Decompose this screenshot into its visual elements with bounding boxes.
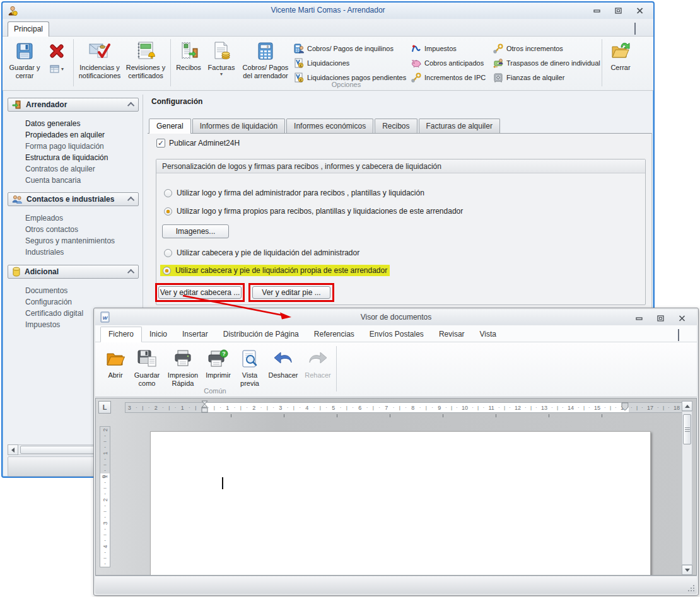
radio-logo-propio[interactable]: Utilizar logo y firma propios para recib… xyxy=(161,206,465,217)
margin-marker-icon[interactable] xyxy=(621,402,629,414)
sidebar-item-empleados[interactable]: Empleados xyxy=(25,214,63,223)
restore-icon[interactable] xyxy=(613,6,623,15)
taxes-item[interactable]: Impuestos xyxy=(411,42,457,55)
page-title: Configuración xyxy=(151,97,202,106)
tenant-payments-item[interactable]: Cobros/ Pagos de inquilinos xyxy=(294,42,394,55)
viewer-statusbar xyxy=(95,576,697,594)
radio-cabecera-propia[interactable]: Utilizar cabecera y pie de liquidación p… xyxy=(160,265,390,276)
impresion-rapida-button[interactable]: Impresion Rápida xyxy=(165,345,201,393)
publicar-checkbox-row[interactable]: ✓ Publicar Adminet24H xyxy=(156,139,240,148)
sidebar-item-industriales[interactable]: Industriales xyxy=(25,248,64,257)
section-collapse-icon[interactable] xyxy=(127,102,134,109)
list-dropdown-icon[interactable]: ▾ xyxy=(50,65,64,73)
sidebar-item-contratos[interactable]: Contratos de alquiler xyxy=(25,165,95,173)
indent-marker-icon[interactable] xyxy=(201,400,208,417)
tab-principal[interactable]: Principal xyxy=(8,21,49,37)
revisions-button[interactable]: Revisiones y certificados xyxy=(124,38,168,88)
vertical-ruler[interactable]: 2-–-1-–- 1-–-2-–-3-–-4-–- xyxy=(100,426,110,567)
sidebar-section-contactos[interactable]: Contactos e industriales xyxy=(8,192,139,206)
database-icon xyxy=(12,267,21,277)
ver-editar-pie-button[interactable]: Ver y editar pie ... xyxy=(252,286,330,299)
opciones-group-label: Opciones xyxy=(315,81,378,88)
radio-selected-icon[interactable] xyxy=(163,267,171,275)
tab-inicio[interactable]: Inicio xyxy=(142,327,175,342)
sidebar-item-forma-pago[interactable]: Forma pago liquidación xyxy=(25,142,104,151)
tab-envios-postales[interactable]: Envíos Postales xyxy=(362,327,431,342)
tab-distribucion[interactable]: Distribución de Página xyxy=(216,327,306,342)
radio-selected-icon[interactable] xyxy=(164,207,172,216)
sidebar-item-otros-contactos[interactable]: Otros contactos xyxy=(25,225,78,234)
advance-collections-item[interactable]: Cobros anticipados xyxy=(411,57,484,69)
sidebar-section-arrendador[interactable]: Arrendador xyxy=(8,98,139,112)
radio-logo-administrador[interactable]: Utilizar logo y firma del administrador … xyxy=(161,187,427,199)
viewer-titlebar: W Visor de documentos xyxy=(95,310,697,325)
tab-referencias[interactable]: Referencias xyxy=(306,327,362,342)
radio-unselected-icon[interactable] xyxy=(164,249,172,257)
close-icon[interactable] xyxy=(677,314,687,323)
section-collapse-icon[interactable] xyxy=(127,269,134,276)
tab-informes-economicos[interactable]: Informes económicos xyxy=(286,119,373,133)
scroll-down-icon[interactable] xyxy=(682,565,692,575)
sidebar-item-datos-generales[interactable]: Datos generales xyxy=(25,119,80,128)
sidebar-item-configuracion[interactable]: Configuración xyxy=(25,298,72,306)
imprimir-button[interactable]: ? Imprimir xyxy=(202,345,234,393)
ipc-increments-item[interactable]: Incrementos de IPC xyxy=(411,71,486,84)
tab-facturas-alquiler[interactable]: Facturas de alquiler xyxy=(419,119,500,133)
main-titlebar: Vicente Marti Comas - Arrendador xyxy=(3,3,653,19)
sidebar-section-adicional[interactable]: Adicional xyxy=(8,265,139,279)
ribbon-tab-row: Principal xyxy=(3,19,653,37)
tab-selector[interactable]: L xyxy=(98,401,111,414)
delete-button[interactable]: ▾ xyxy=(44,38,69,88)
tab-insertar[interactable]: Insertar xyxy=(175,327,216,342)
tab-general[interactable]: General xyxy=(149,119,191,134)
invoices-button[interactable]: Facturas ▾ xyxy=(206,38,237,88)
collapse-ribbon-icon[interactable] xyxy=(678,330,688,339)
radio-cabecera-administrador[interactable]: Utilizar cabecera y pie de liquidación d… xyxy=(161,247,362,258)
incidents-button[interactable]: Incidencias y notificaciones xyxy=(77,38,122,88)
sidebar-item-impuestos[interactable]: Impuestos xyxy=(25,320,60,329)
minimize-icon[interactable] xyxy=(634,314,644,323)
imagenes-button[interactable]: Imagenes... xyxy=(162,224,229,238)
tab-informes-liquidacion[interactable]: Informes de liquidación xyxy=(192,119,285,133)
vista-previa-button[interactable]: Vista previa xyxy=(235,345,264,393)
tab-recibos[interactable]: Recibos xyxy=(375,119,417,133)
other-increments-item[interactable]: Otros incrementos xyxy=(493,42,563,55)
sidebar-item-certificado[interactable]: Certificado digital xyxy=(25,309,83,318)
sidebar-item-propiedades[interactable]: Propiedades en alquiler xyxy=(25,130,105,139)
tab-fichero[interactable]: Fichero xyxy=(100,327,142,342)
tab-vista[interactable]: Vista xyxy=(472,327,504,342)
settlements-item[interactable]: € Liquidaciones xyxy=(294,57,349,69)
close-icon[interactable] xyxy=(634,6,645,15)
radio-unselected-icon[interactable] xyxy=(164,189,172,197)
sidebar-item-documentos[interactable]: Documentos xyxy=(25,286,67,295)
checkbox-checked-icon[interactable]: ✓ xyxy=(156,139,165,148)
save-close-button[interactable]: Guardar y cerrar xyxy=(6,38,43,88)
money-transfer-item[interactable]: Traspasos de dinero individual xyxy=(493,57,600,69)
sidebar-item-estructura[interactable]: Estructura de liquidación xyxy=(25,153,108,162)
svg-text:0: 0 xyxy=(267,45,269,49)
resize-grip[interactable] xyxy=(687,584,694,591)
guardar-como-button[interactable]: Guardar como xyxy=(131,345,163,393)
sidebar-item-seguros[interactable]: Seguros y mantenimientos xyxy=(25,236,115,245)
deposits-item[interactable]: Fianzas de alquiler xyxy=(493,71,564,84)
scroll-up-icon[interactable] xyxy=(682,401,692,411)
section-collapse-icon[interactable] xyxy=(127,197,134,204)
scroll-left-icon[interactable] xyxy=(8,444,18,455)
restore-icon[interactable] xyxy=(655,314,665,323)
minimize-icon[interactable] xyxy=(592,6,602,15)
vertical-scrollbar[interactable] xyxy=(682,401,692,575)
cerrar-button[interactable]: Cerrar xyxy=(605,38,636,88)
receipts-button[interactable]: Recibos xyxy=(174,38,203,88)
scrollbar-thumb[interactable] xyxy=(683,414,691,444)
invoices-dropdown-icon[interactable]: ▾ xyxy=(220,72,223,76)
tab-revisar[interactable]: Revisar xyxy=(431,327,472,342)
document-page[interactable] xyxy=(150,431,651,576)
viewer-ribbon: Abrir Guardar como Impresion Rápida ? Im… xyxy=(95,342,697,397)
landlord-payments-button[interactable]: 0 Cobros/ Pagos del arrendador xyxy=(240,38,291,88)
abrir-button[interactable]: Abrir xyxy=(102,345,129,393)
ver-editar-cabecera-button[interactable]: Ver y editar cabecera ... xyxy=(158,286,242,299)
sidebar-item-cuenta-bancaria[interactable]: Cuenta bancaria xyxy=(25,176,81,185)
deshacer-button[interactable]: Deshacer xyxy=(265,345,301,393)
collapse-ribbon-icon[interactable] xyxy=(634,24,645,33)
horizontal-ruler[interactable]: 3·|·2·|·1·|· ·|·1·|·2·|·3·|·4·|·5·|·6·|·… xyxy=(125,402,682,413)
